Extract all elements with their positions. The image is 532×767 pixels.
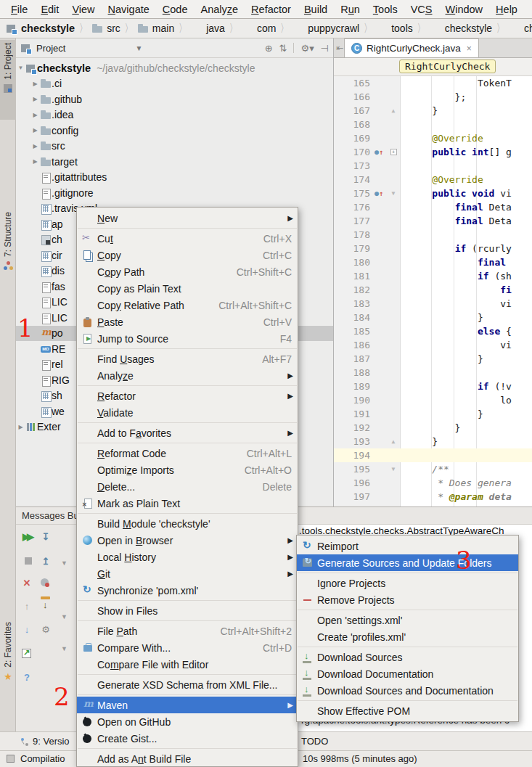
tree-item-gitattributes[interactable]: .gitattributes xyxy=(16,170,333,186)
menu-item-copy-relative-path[interactable]: Copy Relative PathCtrl+Alt+Shift+C xyxy=(77,297,298,313)
menu-item-compare-with[interactable]: Compare With...Ctrl+D xyxy=(77,639,298,656)
menu-item-build-module-checkstyle[interactable]: Build Module 'checkstyle' xyxy=(77,515,298,532)
close-tab-icon[interactable]: × xyxy=(467,44,472,54)
tree-expand-arrow-icon[interactable]: ▶ xyxy=(30,158,40,165)
menu-item-jump-to-source[interactable]: Jump to SourceF4 xyxy=(77,330,298,347)
hide-panel-icon[interactable]: ⊣ xyxy=(321,43,329,54)
breadcrumb-item-puppycrawl[interactable]: puppycrawl xyxy=(292,22,359,34)
tree-expand-arrow-icon[interactable]: ▶ xyxy=(30,81,40,87)
menu-item-mark-as-plain-text[interactable]: Mark as Plain Text xyxy=(77,495,298,512)
menu-item-open-in-browser[interactable]: Open in Browser▶ xyxy=(77,532,298,549)
tree-expand-arrow-icon[interactable]: ▶ xyxy=(30,127,40,134)
menubar-item-window[interactable]: Window xyxy=(439,2,490,17)
breadcrumb-item-src[interactable]: src xyxy=(91,22,120,34)
next-message-icon[interactable]: ↓ xyxy=(20,623,33,636)
menu-item-compare-file-with-editor[interactable]: Compare File with Editor xyxy=(77,656,298,673)
maven-menu-item-create-profiles-xml[interactable]: Create 'profiles.xml' xyxy=(297,628,518,645)
menu-item-optimize-imports[interactable]: Optimize ImportsCtrl+Alt+O xyxy=(77,462,298,478)
menu-item-open-on-github[interactable]: Open on GitHub xyxy=(77,713,298,730)
menu-item-delete[interactable]: Delete...Delete xyxy=(77,478,298,495)
menubar-item-analyze[interactable]: Analyze xyxy=(195,2,245,17)
menubar-item-vcs[interactable]: VCS xyxy=(404,2,439,17)
menu-item-git[interactable]: Git▶ xyxy=(77,565,298,582)
tree-expand-arrow-icon[interactable]: ▶ xyxy=(30,112,40,118)
prev-message-icon[interactable]: ↑ xyxy=(20,600,33,613)
menu-item-new[interactable]: New▶ xyxy=(77,210,298,226)
menu-item-copy[interactable]: CopyCtrl+C xyxy=(77,247,298,263)
breadcrumb-item-java[interactable]: java xyxy=(191,22,225,34)
breadcrumb-item-tools[interactable]: tools xyxy=(376,22,413,34)
menu-item-synchronize-pom-xml[interactable]: Synchronize 'pom.xml' xyxy=(77,582,298,599)
editor-tab[interactable]: C RightCurlyCheck.java × xyxy=(344,38,479,57)
menu-item-show-in-files[interactable]: Show in Files xyxy=(77,602,298,619)
output-fold-icon[interactable]: ▼ xyxy=(61,613,67,620)
tree-expand-arrow-icon[interactable]: ▼ xyxy=(16,65,25,71)
menu-item-add-to-favorites[interactable]: Add to Favorites▶ xyxy=(77,424,298,441)
breadcrumb-item-com[interactable]: com xyxy=(242,22,276,34)
locate-file-icon[interactable]: ⊕ xyxy=(265,43,273,54)
close-icon[interactable]: ✕ xyxy=(20,577,33,590)
fold-marker-icon[interactable]: ▲ xyxy=(388,435,399,448)
breadcrumb-item-checkstyle[interactable]: checkstyle xyxy=(430,22,492,34)
tab-scroll-icon[interactable]: ⇤ xyxy=(336,43,343,53)
output-fold-icon[interactable]: ▼ xyxy=(61,645,67,652)
code-area[interactable]: 165 TokenT166 };167▲ }168169 @Override17… xyxy=(334,76,532,512)
maven-menu-item-reimport[interactable]: Reimport xyxy=(297,538,518,554)
maven-menu-item-download-documentation[interactable]: Download Documentation xyxy=(297,665,518,682)
menu-item-find-usages[interactable]: Find UsagesAlt+F7 xyxy=(77,350,298,367)
tree-item-config[interactable]: ▶config xyxy=(16,123,333,139)
breadcrumb-item-checks[interactable]: checks xyxy=(509,22,532,34)
breadcrumb-item-main[interactable]: main xyxy=(137,22,174,34)
todo-button[interactable]: TODO xyxy=(301,736,328,747)
menu-item-copy-path[interactable]: Copy PathCtrl+Shift+C xyxy=(77,263,298,280)
tool-tab-structure[interactable]: 7: Structure xyxy=(0,209,16,295)
tree-expand-arrow-icon[interactable]: ▶ xyxy=(16,424,25,430)
menubar-item-build[interactable]: Build xyxy=(298,2,334,17)
menubar-item-run[interactable]: Run xyxy=(334,2,367,17)
menu-item-copy-as-plain-text[interactable]: Copy as Plain Text xyxy=(77,280,298,297)
menu-item-file-path[interactable]: File PathCtrl+Alt+Shift+2 xyxy=(77,623,298,639)
tree-item-idea[interactable]: ▶.idea xyxy=(16,107,333,123)
settings-wrench-icon[interactable] xyxy=(39,623,52,636)
tree-item-target[interactable]: ▶target xyxy=(16,154,333,170)
rerun-icon[interactable]: ▶▶ xyxy=(20,530,33,544)
tool-tab-favorites[interactable]: 2: Favorites ★ xyxy=(0,619,16,721)
maven-menu-item-download-sources[interactable]: Download Sources xyxy=(297,649,518,665)
menubar-item-help[interactable]: Help xyxy=(489,2,524,17)
menubar-item-view[interactable]: View xyxy=(65,2,101,17)
fold-marker-icon[interactable]: ▼ xyxy=(388,186,399,200)
breadcrumb-item-checkstyle[interactable]: checkstyle xyxy=(6,22,75,34)
menu-item-local-history[interactable]: Local History▶ xyxy=(77,549,298,565)
gear-icon[interactable]: ⚙▾ xyxy=(300,43,314,54)
collapse-all-icon[interactable]: ↥ xyxy=(39,555,52,568)
menu-item-reformat-code[interactable]: Reformat CodeCtrl+Alt+L xyxy=(77,445,298,462)
maven-menu-item-remove-projects[interactable]: Remove Projects xyxy=(297,591,518,608)
menu-item-validate[interactable]: Validate xyxy=(77,404,298,421)
editor-breadcrumb-pill[interactable]: RightCurlyCheck xyxy=(399,60,496,73)
maven-menu-item-ignore-projects[interactable]: Ignore Projects xyxy=(297,575,518,591)
menubar-item-edit[interactable]: Edit xyxy=(34,2,65,17)
output-fold-icon[interactable]: ▼ xyxy=(61,559,67,567)
maven-menu-item-show-effective-pom[interactable]: Show Effective POM xyxy=(297,702,518,719)
menu-item-analyze[interactable]: Analyze▶ xyxy=(77,367,298,384)
tree-item-ci[interactable]: ▶.ci xyxy=(16,76,333,92)
menubar-item-tools[interactable]: Tools xyxy=(367,2,404,17)
menu-item-add-as-ant-build-file[interactable]: Add as Ant Build File xyxy=(77,750,298,767)
fold-marker-icon[interactable]: ▼ xyxy=(388,462,399,476)
maven-menu-item-download-sources-and-documentation[interactable]: Download Sources and Documentation xyxy=(297,682,518,699)
tree-expand-arrow-icon[interactable]: ▶ xyxy=(30,96,40,102)
menu-item-cut[interactable]: CutCtrl+X xyxy=(77,230,298,247)
stop-icon[interactable] xyxy=(22,555,35,568)
collapse-all-icon[interactable]: ⇅ xyxy=(279,43,287,54)
tree-expand-arrow-icon[interactable]: ▶ xyxy=(30,143,40,149)
tree-item-src[interactable]: ▶src xyxy=(16,139,333,155)
tree-item-github[interactable]: ▶.github xyxy=(16,91,333,107)
menu-item-create-gist[interactable]: Create Gist... xyxy=(77,730,298,747)
menu-item-maven[interactable]: Maven▶ xyxy=(77,697,298,713)
override-marker-icon[interactable]: ●↑ xyxy=(370,145,388,159)
maven-menu-item-open-settings-xml[interactable]: Open 'settings.xml' xyxy=(297,612,518,628)
fold-marker-icon[interactable]: ▲ xyxy=(388,104,399,118)
menubar-item-navigate[interactable]: Navigate xyxy=(102,2,156,17)
maven-menu-item-generate-sources-and-update-folders[interactable]: Generate Sources and Update Folders xyxy=(297,554,518,571)
menubar-item-refactor[interactable]: Refactor xyxy=(245,2,298,17)
